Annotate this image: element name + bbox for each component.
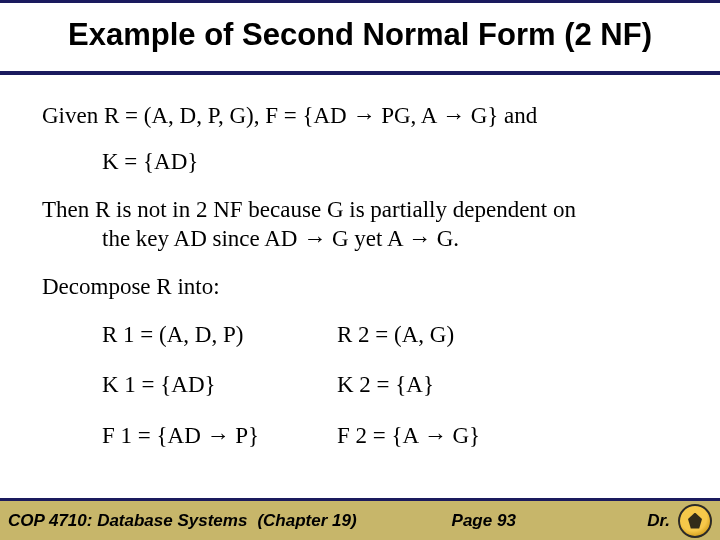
then-line-1: Then R is not in 2 NF because G is parti… [42,197,576,222]
arrow-icon: → [303,225,326,251]
then-paragraph: Then R is not in 2 NF because G is parti… [42,196,678,253]
arrow-icon: → [408,225,431,251]
page-label: Page 93 [452,511,516,531]
given-text-3: G} and [465,103,537,128]
course-label: COP 4710: Database Systems [8,511,247,531]
arrow-icon: → [424,422,447,448]
chapter-label: (Chapter 19) [257,511,356,531]
arrow-icon: → [352,102,375,128]
decomposition-table: R 1 = (A, D, P) R 2 = (A, G) K 1 = {AD} … [42,321,678,450]
f1-a: F 1 = {AD [102,423,207,448]
ucf-logo-icon [678,504,712,538]
then-text-c: G. [431,226,459,251]
author-label: Dr. [647,511,670,531]
arrow-icon: → [442,102,465,128]
then-text-a: the key AD since AD [102,226,303,251]
key-line: K = {AD} [42,148,678,176]
f2-a: F 2 = {A [337,423,424,448]
then-text-b: G yet A [326,226,408,251]
cell-f2: F 2 = {A → G} [337,421,572,450]
title-bar: Example of Second Normal Form (2 NF) [0,3,720,75]
cell-r1: R 1 = (A, D, P) [102,321,337,349]
footer-bar: COP 4710: Database Systems (Chapter 19) … [0,498,720,540]
cell-f1: F 1 = {AD → P} [102,421,337,450]
f2-b: G} [447,423,480,448]
cell-k1: K 1 = {AD} [102,371,337,399]
slide: Example of Second Normal Form (2 NF) Giv… [0,0,720,540]
cell-r2: R 2 = (A, G) [337,321,572,349]
then-line-2: the key AD since AD → G yet A → G. [42,224,678,253]
cell-k2: K 2 = {A} [337,371,572,399]
arrow-icon: → [207,422,230,448]
decompose-line: Decompose R into: [42,273,678,301]
slide-content: Given R = (A, D, P, G), F = {AD → PG, A … [0,75,720,450]
given-text-1: Given R = (A, D, P, G), F = {AD [42,103,352,128]
given-line: Given R = (A, D, P, G), F = {AD → PG, A … [42,101,678,130]
given-text-2: PG, A [375,103,441,128]
f1-b: P} [230,423,260,448]
slide-title: Example of Second Normal Form (2 NF) [0,17,720,53]
